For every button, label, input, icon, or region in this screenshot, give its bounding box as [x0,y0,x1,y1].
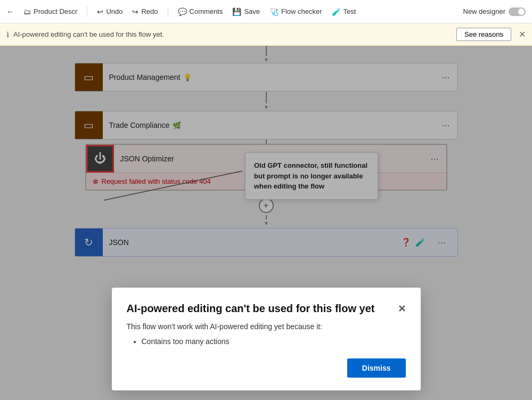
flow-checker-label: Flow checker [281,7,322,15]
flow-checker-icon: 🩺 [269,7,279,16]
divider-2 [168,6,168,17]
test-icon: 🧪 [332,7,341,16]
app-title-text: Product Descr [34,7,77,15]
dismiss-button[interactable]: Dismiss [347,358,406,378]
modal-title: AI-powered editing can't be used for thi… [127,303,406,315]
save-icon: 💾 [232,7,241,16]
modal-footer: Dismiss [127,358,406,378]
undo-button[interactable]: ↩ Undo [97,7,122,16]
ai-modal: AI-powered editing can't be used for thi… [112,288,421,390]
app-icon: 🗂 [23,7,31,16]
divider-1 [87,6,87,17]
banner-close-button[interactable]: ✕ [519,29,526,39]
ai-banner: ℹ AI-powered editing can't be used for t… [0,23,532,46]
modal-close-button[interactable]: ✕ [398,303,406,315]
flow-canvas: ▾ ▭ Product Management 💡 ··· ▾ ▭ [0,46,532,400]
test-label: Test [343,7,356,15]
banner-info-icon: ℹ [6,30,9,39]
new-designer-label: New designer [463,7,506,15]
redo-button[interactable]: ↪ Redo [132,7,158,16]
test-button[interactable]: 🧪 Test [332,7,356,16]
undo-icon: ↩ [97,7,103,16]
app-title: 🗂 Product Descr [23,7,77,16]
modal-list-item: Contains too many actions [142,337,406,346]
comments-icon: 💬 [178,7,187,16]
comments-button[interactable]: 💬 Comments [178,7,223,16]
save-label: Save [244,7,260,15]
back-button[interactable]: ← [6,7,14,16]
flow-checker-button[interactable]: 🩺 Flow checker [269,7,322,16]
modal-body: This flow won't work with AI-powered edi… [127,322,406,331]
redo-icon: ↪ [132,7,138,16]
undo-label: Undo [106,7,122,15]
save-button[interactable]: 💾 Save [232,7,260,16]
back-icon: ← [6,7,14,16]
modal-overlay: AI-powered editing can't be used for thi… [0,46,532,400]
modal-list: Contains too many actions [142,337,406,346]
banner-text: AI-powered editing can't be used for thi… [13,30,452,38]
toolbar: ← 🗂 Product Descr ↩ Undo ↪ Redo 💬 Commen… [0,0,532,23]
new-designer-toggle[interactable]: New designer [463,7,526,16]
redo-label: Redo [141,7,158,15]
modal-title-text: AI-powered editing can't be used for thi… [127,303,375,315]
comments-label: Comments [190,7,223,15]
new-designer-switch[interactable] [509,7,526,16]
see-reasons-button[interactable]: See reasons [456,28,511,41]
